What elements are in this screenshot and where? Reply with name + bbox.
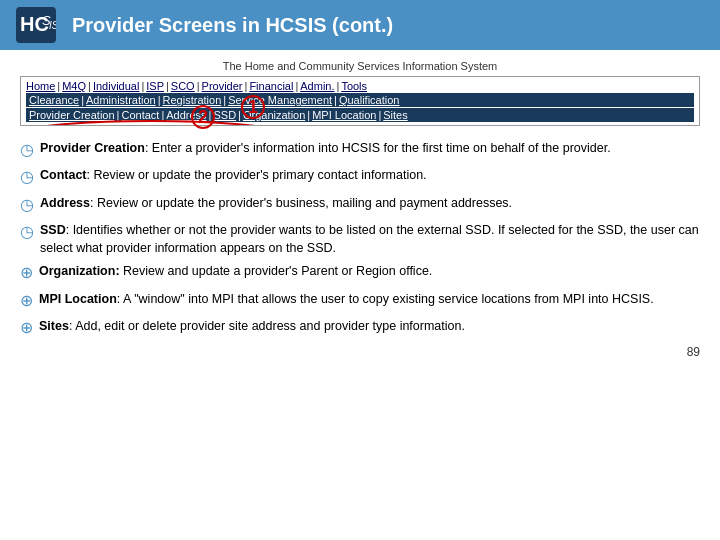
bullet-icon: ◷ [20,166,34,188]
nav-mpi-location[interactable]: MPI Location [312,109,376,121]
page-number: 89 [20,345,700,359]
item-term: MPI Location [39,292,117,306]
annotation-1: 1 [241,95,265,119]
svg-text:IS: IS [49,20,56,31]
item-term: Organization: [39,264,120,278]
logo-icon: HC S IS [16,7,56,43]
bullet-icon: ◷ [20,221,34,243]
nav-provider[interactable]: Provider [202,80,243,92]
info-bar: The Home and Community Services Informat… [20,60,700,72]
nav-provider-creation[interactable]: Provider Creation [29,109,115,121]
nav-tools[interactable]: Tools [341,80,367,92]
nav-financial[interactable]: Financial [249,80,293,92]
nav-isp[interactable]: ISP [146,80,164,92]
item-text: MPI Location: A "window" into MPI that a… [39,291,654,309]
annotation-2: 2 [191,105,215,129]
nav-qualification[interactable]: Qualification [339,94,400,106]
bullet-plus-icon: ⊕ [20,317,33,339]
nav-row-3: Provider Creation | Contact | Address | … [26,108,694,122]
main-content: The Home and Community Services Informat… [0,50,720,369]
item-term: Provider Creation [40,141,145,155]
item-text: Sites: Add, edit or delete provider site… [39,318,465,336]
nav-contact[interactable]: Contact [121,109,159,121]
nav-individual[interactable]: Individual [93,80,139,92]
item-term: Address [40,196,90,210]
bullet-plus-icon: ⊕ [20,262,33,284]
item-text: Contact: Review or update the provider's… [40,167,427,185]
header: HC S IS Provider Screens in HCSIS (cont.… [0,0,720,50]
item-text: Address: Review or update the provider's… [40,195,512,213]
item-text: SSD: Identifies whether or not the provi… [40,222,700,257]
bullet-icon: ◷ [20,194,34,216]
nav-sco[interactable]: SCO [171,80,195,92]
logo: HC S IS Provider Screens in HCSIS (cont.… [16,7,393,43]
item-term: SSD [40,223,66,237]
list-item: ⊕ Sites: Add, edit or delete provider si… [20,318,700,339]
nav-registration[interactable]: Registration [163,94,222,106]
bullet-plus-icon: ⊕ [20,290,33,312]
list-item: ◷ Provider Creation: Enter a provider's … [20,140,700,161]
nav-row-1: Home | M4Q | Individual | ISP | SCO | Pr… [26,80,694,92]
nav-row-2: Clearance | Administration | Registratio… [26,93,694,107]
content-list: ◷ Provider Creation: Enter a provider's … [20,140,700,339]
nav-administration[interactable]: Administration [86,94,156,106]
header-title: Provider Screens in HCSIS (cont.) [72,14,393,37]
bullet-icon: ◷ [20,139,34,161]
nav-home[interactable]: Home [26,80,55,92]
nav-m4q[interactable]: M4Q [62,80,86,92]
item-term: Contact [40,168,87,182]
list-item: ◷ SSD: Identifies whether or not the pro… [20,222,700,257]
list-item: ⊕ MPI Location: A "window" into MPI that… [20,291,700,312]
nav-area: Home | M4Q | Individual | ISP | SCO | Pr… [20,76,700,126]
item-text: Provider Creation: Enter a provider's in… [40,140,611,158]
nav-clearance[interactable]: Clearance [29,94,79,106]
nav-ssd[interactable]: SSD [213,109,236,121]
item-term: Sites [39,319,69,333]
list-item: ◷ Address: Review or update the provider… [20,195,700,216]
nav-sites[interactable]: Sites [383,109,407,121]
item-text: Organization: Review and update a provid… [39,263,432,281]
list-item: ⊕ Organization: Review and update a prov… [20,263,700,284]
nav-admin[interactable]: Admin. [300,80,334,92]
list-item: ◷ Contact: Review or update the provider… [20,167,700,188]
